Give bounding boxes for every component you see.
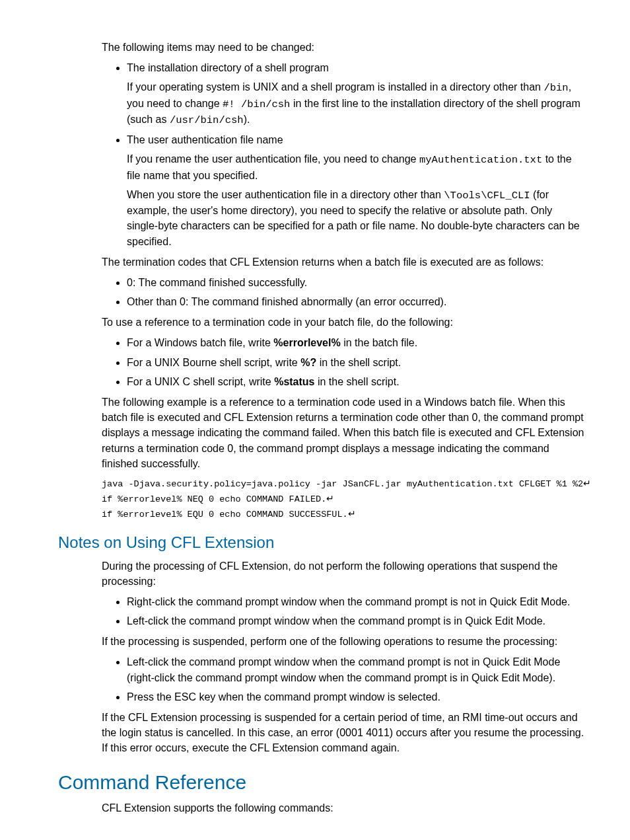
- list-item: For a Windows batch file, write %errorle…: [127, 335, 585, 350]
- code-line: if %errorlevel% EQU 0 echo COMMAND SUCCE…: [102, 510, 348, 519]
- notes-resume-list: Left-click the command prompt window whe…: [102, 654, 585, 705]
- return-icon: ↵: [583, 478, 591, 488]
- inline-code: /bin: [543, 82, 568, 94]
- list-item: Left-click the command prompt window whe…: [127, 654, 585, 685]
- text-run: For a UNIX Bourne shell script, write: [127, 357, 300, 368]
- code-line: java -Djava.security.policy=java.policy …: [102, 479, 583, 489]
- list-item: Right-click the command prompt window wh…: [127, 594, 585, 609]
- text-run: in the shell script.: [316, 357, 401, 368]
- return-icon: ↵: [348, 508, 356, 519]
- list-item: Press the ESC key when the command promp…: [127, 689, 585, 705]
- bold-text: %?: [300, 357, 316, 368]
- list-item: For a UNIX C shell script, write %status…: [127, 374, 585, 389]
- text-run: When you store the user authentication f…: [127, 189, 444, 200]
- list-body: If you rename the user authentication fi…: [127, 151, 585, 183]
- list-body: When you store the user authentication f…: [127, 187, 585, 249]
- inline-code: #! /bin/csh: [223, 98, 290, 110]
- list-lead: The installation directory of a shell pr…: [127, 62, 329, 73]
- notes-p2: If the processing is suspended, perform …: [102, 634, 585, 649]
- list-lead: The user authentication file name: [127, 134, 283, 145]
- text-run: For a Windows batch file, write: [127, 337, 273, 348]
- bold-text: %status: [274, 376, 314, 387]
- intro-paragraph: The following items may need to be chang…: [102, 40, 585, 55]
- section-heading-notes: Notes on Using CFL Extension: [58, 531, 585, 554]
- termcodes-list: 0: The command finished successfully. Ot…: [102, 275, 585, 309]
- ref-list: For a Windows batch file, write %errorle…: [102, 335, 585, 389]
- inline-code: myAuthentication.txt: [419, 154, 542, 166]
- list-item: 0: The command finished successfully.: [127, 275, 585, 290]
- notes-suspend-list: Right-click the command prompt window wh…: [102, 594, 585, 629]
- change-items-list: The installation directory of a shell pr…: [102, 60, 585, 249]
- text-run: If you rename the user authentication fi…: [127, 153, 419, 165]
- notes-p1: During the processing of CFL Extension, …: [102, 558, 585, 589]
- cmdref-p1: CFL Extension supports the following com…: [102, 800, 585, 816]
- code-block: java -Djava.security.policy=java.policy …: [102, 477, 585, 522]
- bold-text: %errorlevel%: [273, 337, 340, 348]
- list-item: Left-click the command prompt window whe…: [127, 613, 585, 629]
- example-paragraph: The following example is a reference to …: [102, 395, 585, 471]
- termcodes-paragraph: The termination codes that CFL Extension…: [102, 254, 585, 270]
- code-line: if %errorlevel% NEQ 0 echo COMMAND FAILE…: [102, 494, 326, 504]
- text-run: in the batch file.: [341, 337, 418, 348]
- inline-code: /usr/bin/csh: [170, 114, 244, 126]
- use-ref-paragraph: To use a reference to a termination code…: [102, 315, 585, 330]
- list-item: The installation directory of a shell pr…: [127, 60, 585, 128]
- text-run: ).: [244, 114, 250, 125]
- list-item: For a UNIX Bourne shell script, write %?…: [127, 355, 585, 370]
- list-item: The user authentication file name If you…: [127, 132, 585, 249]
- section-heading-command-reference: Command Reference: [58, 768, 585, 797]
- inline-code: \Tools\CFL_CLI: [444, 190, 530, 202]
- text-run: in the shell script.: [315, 376, 400, 387]
- text-run: If your operating system is UNIX and a s…: [127, 81, 543, 93]
- text-run: For a UNIX C shell script, write: [127, 376, 274, 387]
- list-item: Other than 0: The command finished abnor…: [127, 294, 585, 309]
- list-body: If your operating system is UNIX and a s…: [127, 79, 585, 128]
- return-icon: ↵: [326, 493, 334, 504]
- notes-p3: If the CFL Extension processing is suspe…: [102, 710, 585, 756]
